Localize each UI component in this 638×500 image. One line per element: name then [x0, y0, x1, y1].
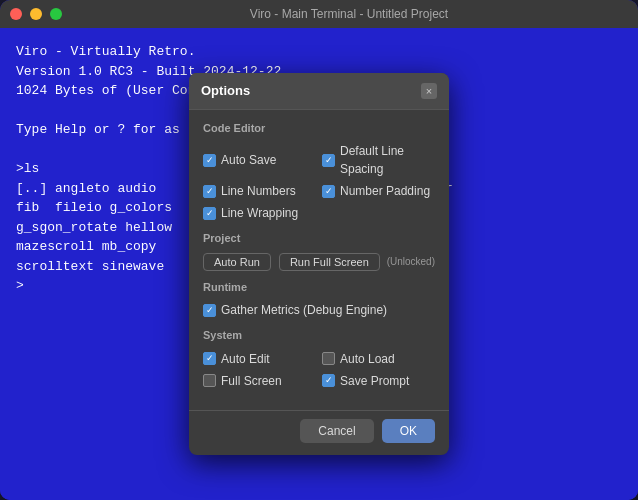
option-line-numbers: Line Numbers [203, 182, 316, 200]
terminal-area: Viro - Virtually Retro. Version 1.0 RC3 … [0, 28, 638, 500]
minimize-button[interactable] [30, 8, 42, 20]
label-gather-metrics: Gather Metrics (Debug Engine) [221, 301, 387, 319]
project-options: Auto Run Run Full Screen [203, 253, 380, 271]
dialog-header: Options × [189, 73, 449, 110]
dialog-overlay: Options × Code Editor Auto Save [0, 28, 638, 500]
auto-run-button[interactable]: Auto Run [203, 253, 271, 271]
option-full-screen: Full Screen [203, 372, 316, 390]
option-auto-load: Auto Load [322, 350, 435, 368]
close-button[interactable] [10, 8, 22, 20]
checkbox-default-line-spacing[interactable] [322, 154, 335, 167]
option-default-line-spacing: Default Line Spacing [322, 142, 435, 178]
label-number-padding: Number Padding [340, 182, 430, 200]
titlebar: Viro - Main Terminal - Untitled Project [0, 0, 638, 28]
option-gather-metrics: Gather Metrics (Debug Engine) [203, 301, 435, 319]
option-auto-save: Auto Save [203, 142, 316, 178]
project-row: Auto Run Run Full Screen (Unlocked) [203, 253, 435, 271]
label-auto-edit: Auto Edit [221, 350, 270, 368]
dialog-body: Code Editor Auto Save Default Line Spaci… [189, 110, 449, 406]
option-line-wrapping: Line Wrapping [203, 204, 435, 222]
checkbox-auto-edit[interactable] [203, 352, 216, 365]
section-project: Project [203, 230, 435, 247]
system-options: Auto Edit Auto Load Full Screen Sav [203, 350, 435, 390]
label-save-prompt: Save Prompt [340, 372, 409, 390]
checkbox-auto-save[interactable] [203, 154, 216, 167]
dialog-title: Options [201, 81, 250, 101]
checkbox-line-numbers[interactable] [203, 185, 216, 198]
section-system: System [203, 327, 435, 344]
cancel-button[interactable]: Cancel [300, 419, 373, 443]
label-auto-save: Auto Save [221, 151, 276, 169]
ok-button[interactable]: OK [382, 419, 435, 443]
dialog-close-button[interactable]: × [421, 83, 437, 99]
runtime-options: Gather Metrics (Debug Engine) [203, 301, 435, 319]
window-title: Viro - Main Terminal - Untitled Project [70, 7, 628, 21]
option-auto-edit: Auto Edit [203, 350, 316, 368]
checkbox-number-padding[interactable] [322, 185, 335, 198]
section-runtime: Runtime [203, 279, 435, 296]
main-window: Viro - Main Terminal - Untitled Project … [0, 0, 638, 500]
label-default-line-spacing: Default Line Spacing [340, 142, 435, 178]
checkbox-auto-load[interactable] [322, 352, 335, 365]
code-editor-options: Auto Save Default Line Spacing Line Numb… [203, 142, 435, 222]
checkbox-line-wrapping[interactable] [203, 207, 216, 220]
label-line-numbers: Line Numbers [221, 182, 296, 200]
dialog-footer: Cancel OK [189, 410, 449, 455]
options-dialog: Options × Code Editor Auto Save [189, 73, 449, 455]
option-save-prompt: Save Prompt [322, 372, 435, 390]
checkbox-full-screen[interactable] [203, 374, 216, 387]
option-number-padding: Number Padding [322, 182, 435, 200]
checkbox-gather-metrics[interactable] [203, 304, 216, 317]
section-code-editor: Code Editor [203, 120, 435, 137]
unlocked-label: (Unlocked) [387, 254, 435, 269]
label-auto-load: Auto Load [340, 350, 395, 368]
label-line-wrapping: Line Wrapping [221, 204, 298, 222]
label-full-screen: Full Screen [221, 372, 282, 390]
maximize-button[interactable] [50, 8, 62, 20]
run-full-screen-button[interactable]: Run Full Screen [279, 253, 380, 271]
checkbox-save-prompt[interactable] [322, 374, 335, 387]
